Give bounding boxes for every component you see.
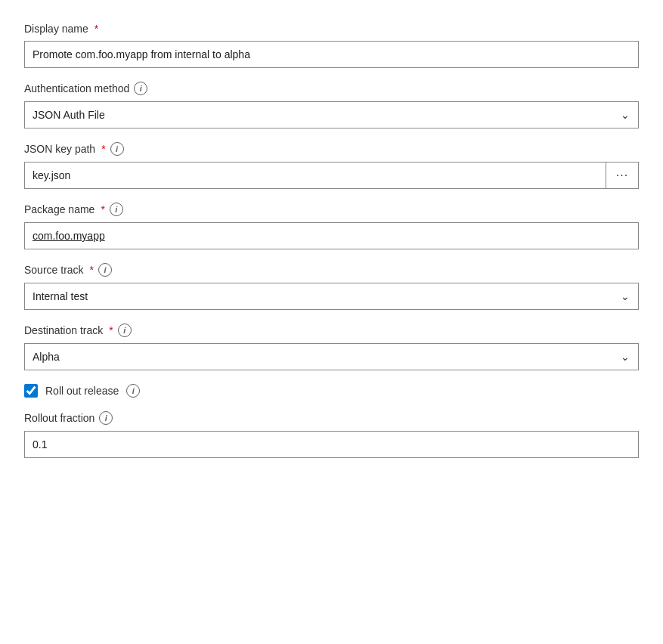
json-key-path-required: * — [101, 143, 105, 155]
destination-track-dropdown-container: Alpha Beta Production ⌄ — [24, 343, 639, 370]
roll-out-release-row: Roll out release i — [24, 384, 639, 398]
rollout-fraction-label: Rollout fraction i — [24, 411, 639, 425]
source-track-required: * — [90, 264, 94, 276]
source-track-dropdown-container: Internal test Alpha Beta Production ⌄ — [24, 283, 639, 310]
roll-out-release-label: Roll out release — [45, 385, 119, 397]
auth-method-info-icon[interactable]: i — [134, 82, 147, 95]
source-track-label-text: Source track — [24, 264, 84, 276]
json-key-path-input[interactable] — [24, 162, 606, 189]
auth-method-label-text: Authentication method — [24, 82, 129, 94]
source-track-group: Source track * i Internal test Alpha Bet… — [24, 263, 639, 310]
package-name-input[interactable] — [24, 222, 639, 249]
package-name-label: Package name * i — [24, 203, 639, 216]
json-key-path-group: JSON key path * i ··· — [24, 142, 639, 189]
roll-out-release-info-icon[interactable]: i — [126, 384, 140, 398]
rollout-fraction-input[interactable] — [24, 431, 639, 458]
destination-track-group: Destination track * i Alpha Beta Product… — [24, 324, 639, 370]
display-name-input[interactable] — [24, 41, 639, 68]
destination-track-label-text: Destination track — [24, 324, 103, 336]
auth-method-label: Authentication method i — [24, 82, 639, 95]
roll-out-release-wrapper: Roll out release i — [24, 384, 140, 398]
rollout-fraction-group: Rollout fraction i — [24, 411, 639, 458]
rollout-fraction-info-icon[interactable]: i — [99, 411, 113, 425]
auth-method-dropdown-container: JSON Auth File Service Account Key OAuth… — [24, 101, 639, 128]
source-track-info-icon[interactable]: i — [98, 263, 112, 277]
display-name-label-text: Display name — [24, 23, 88, 35]
package-name-group: Package name * i — [24, 203, 639, 249]
destination-track-label: Destination track * i — [24, 324, 639, 337]
json-key-path-label: JSON key path * i — [24, 142, 639, 156]
json-key-path-input-group: ··· — [24, 162, 639, 189]
auth-method-group: Authentication method i JSON Auth File S… — [24, 82, 639, 128]
package-name-required: * — [101, 203, 104, 215]
package-name-label-text: Package name — [24, 203, 94, 215]
package-name-info-icon[interactable]: i — [110, 203, 123, 216]
destination-track-info-icon[interactable]: i — [118, 324, 132, 337]
json-key-path-label-text: JSON key path — [24, 143, 95, 155]
display-name-group: Display name * — [24, 23, 639, 68]
source-track-label: Source track * i — [24, 263, 639, 277]
display-name-required: * — [94, 23, 98, 35]
json-key-path-info-icon[interactable]: i — [110, 142, 124, 156]
json-key-path-browse-button[interactable]: ··· — [606, 162, 639, 189]
source-track-select[interactable]: Internal test Alpha Beta Production — [24, 283, 639, 310]
destination-track-required: * — [109, 324, 113, 336]
form-container: Display name * Authentication method i J… — [15, 15, 648, 479]
display-name-label: Display name * — [24, 23, 639, 35]
rollout-fraction-label-text: Rollout fraction — [24, 412, 94, 424]
destination-track-select[interactable]: Alpha Beta Production — [24, 343, 639, 370]
auth-method-select[interactable]: JSON Auth File Service Account Key OAuth… — [24, 101, 639, 128]
roll-out-release-checkbox[interactable] — [24, 384, 38, 398]
